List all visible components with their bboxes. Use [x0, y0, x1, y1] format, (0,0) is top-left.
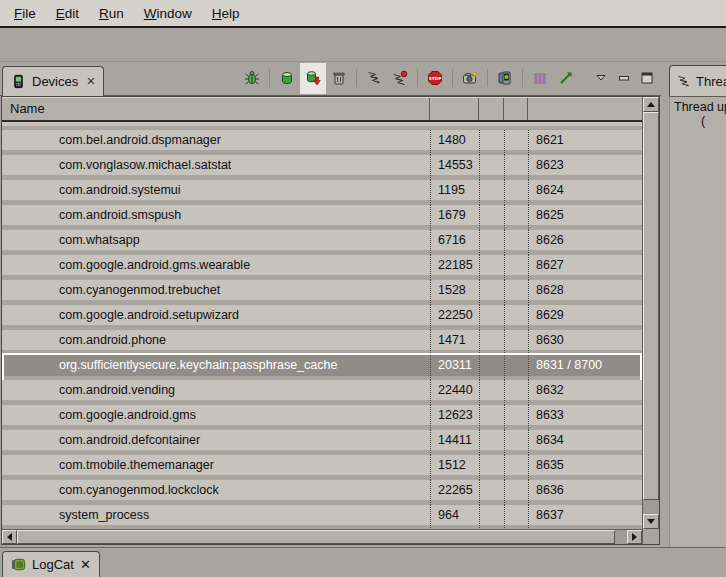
table-row[interactable]: com.vonglasow.michael.satstat145538623 [2, 155, 642, 180]
column-header-name[interactable]: Name [2, 98, 430, 120]
table-row[interactable]: com.whatsapp67168626 [2, 230, 642, 255]
maximize-icon[interactable] [635, 63, 658, 94]
pid-cell: 22185 [430, 255, 479, 280]
menu-item-help[interactable]: Help [202, 6, 250, 21]
tab-logcat[interactable]: LogCat ✕ [2, 551, 100, 577]
pid-cell: 964 [430, 505, 479, 529]
process-name-cell: com.android.phone [2, 330, 430, 355]
view-menu-icon[interactable] [589, 63, 612, 94]
menu-item-file[interactable]: File [4, 6, 46, 21]
stop-icon[interactable]: STOP [422, 63, 448, 94]
empty-cell [479, 405, 504, 430]
menu-item-window[interactable]: Window [134, 6, 202, 21]
pid-cell: 1480 [430, 130, 479, 155]
update-heap-icon[interactable] [274, 63, 300, 94]
table-row[interactable]: com.google.android.gms126238633 [2, 405, 642, 430]
pid-cell: 22250 [430, 305, 479, 330]
table-row[interactable]: com.bel.android.dspmanager14808621 [2, 130, 642, 155]
scroll-down-button[interactable] [643, 514, 659, 529]
devices-toolbar: STOP [239, 61, 661, 95]
port-cell: 8634 [528, 430, 642, 455]
process-name-cell: system_process [2, 505, 430, 529]
empty-cell [479, 380, 504, 405]
close-icon[interactable]: ✕ [80, 557, 91, 572]
table-row[interactable]: com.android.phone14718630 [2, 330, 642, 355]
panel-sash[interactable] [661, 62, 669, 547]
empty-cell [479, 255, 504, 280]
tab-threads[interactable]: Threa [669, 65, 726, 96]
empty-cell [504, 430, 528, 455]
debug-icon[interactable] [239, 63, 265, 94]
vertical-scroll-track[interactable] [643, 500, 659, 514]
table-row[interactable]: com.tmobile.thememanager15128635 [2, 455, 642, 480]
column-header-pid[interactable] [430, 98, 479, 120]
vertical-scroll-thumb[interactable] [643, 112, 659, 500]
update-threads-icon[interactable] [361, 63, 387, 94]
empty-cell [479, 430, 504, 455]
toolbar-separator [452, 69, 453, 87]
process-name-cell: com.whatsapp [2, 230, 430, 255]
process-name-cell: com.android.vending [2, 380, 430, 405]
empty-cell [504, 205, 528, 230]
port-cell: 8631 / 8700 [528, 355, 642, 380]
table-row[interactable]: com.cyanogenmod.trebuchet15288628 [2, 280, 642, 305]
scroll-left-icon [7, 533, 12, 541]
scroll-left-button[interactable] [2, 530, 17, 544]
minimize-icon[interactable] [612, 63, 635, 94]
table-row[interactable]: system_process9648637 [2, 505, 642, 529]
table-row[interactable]: com.android.systemui11958624 [2, 180, 642, 205]
table-row[interactable]: com.cyanogenmod.lockclock222658636 [2, 480, 642, 505]
port-cell: 8637 [528, 505, 642, 529]
empty-cell [479, 305, 504, 330]
empty-cell [504, 355, 528, 380]
pid-cell: 14553 [430, 155, 479, 180]
table-row[interactable]: com.google.android.gms.wearable221858627 [2, 255, 642, 280]
opengl-trace-icon[interactable] [553, 63, 579, 94]
table-row-selected[interactable]: org.sufficientlysecure.keychain:passphra… [2, 355, 642, 380]
threads-content: Thread up ( [669, 96, 726, 547]
pid-cell: 22265 [430, 480, 479, 505]
toolbar-separator [269, 69, 270, 87]
port-cell: 8621 [528, 130, 642, 155]
port-cell: 8625 [528, 205, 642, 230]
tab-devices-label: Devices [32, 74, 78, 89]
close-icon[interactable]: ✕ [86, 76, 95, 87]
column-header-empty[interactable] [479, 98, 504, 120]
table-row-partial[interactable] [2, 122, 642, 126]
table-row[interactable]: com.android.vending224408632 [2, 380, 642, 405]
horizontal-scroll-thumb[interactable] [17, 530, 615, 544]
stop-icon-text: STOP [429, 76, 442, 81]
scroll-right-button[interactable] [627, 530, 642, 544]
table-row[interactable]: com.android.smspush16798625 [2, 205, 642, 230]
method-profiling-icon[interactable] [387, 63, 413, 94]
empty-cell [504, 180, 528, 205]
table-row[interactable]: com.google.android.setupwizard222508629 [2, 305, 642, 330]
horizontal-scroll-track[interactable] [615, 530, 627, 544]
empty-cell [504, 480, 528, 505]
process-name-cell: com.google.android.gms [2, 405, 430, 430]
toolbar-separator [522, 69, 523, 87]
menu-item-edit[interactable]: Edit [46, 6, 89, 21]
pid-cell: 1528 [430, 280, 479, 305]
empty-cell [479, 355, 504, 380]
devices-panel: Devices ✕ [0, 62, 661, 547]
column-header-empty[interactable] [504, 98, 528, 120]
horizontal-scrollbar[interactable] [2, 529, 642, 544]
device-stack-icon[interactable] [492, 63, 518, 94]
column-header-port[interactable] [528, 98, 642, 120]
process-name-cell: com.tmobile.thememanager [2, 455, 430, 480]
gc-icon[interactable] [326, 63, 352, 94]
dump-hprof-icon[interactable] [300, 63, 326, 94]
toolbar-separator [417, 69, 418, 87]
systrace-icon[interactable] [527, 63, 553, 94]
toolbar-separator [487, 69, 488, 87]
screenshot-icon[interactable] [457, 63, 483, 94]
process-name-cell: com.google.android.gms.wearable [2, 255, 430, 280]
vertical-scrollbar[interactable] [642, 97, 659, 529]
table-row[interactable]: com.android.defcontainer144118634 [2, 430, 642, 455]
menu-item-run[interactable]: Run [89, 6, 134, 21]
scroll-up-button[interactable] [643, 97, 659, 112]
process-name-cell: com.android.smspush [2, 205, 430, 230]
tab-devices[interactable]: Devices ✕ [2, 66, 104, 96]
process-name-cell: com.vonglasow.michael.satstat [2, 155, 430, 180]
